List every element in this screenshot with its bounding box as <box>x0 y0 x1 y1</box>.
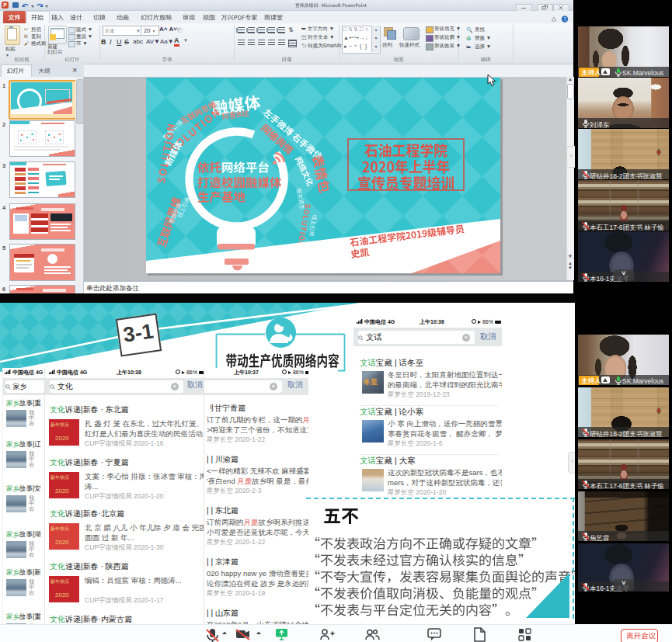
svg-text:?: ? <box>563 16 566 22</box>
